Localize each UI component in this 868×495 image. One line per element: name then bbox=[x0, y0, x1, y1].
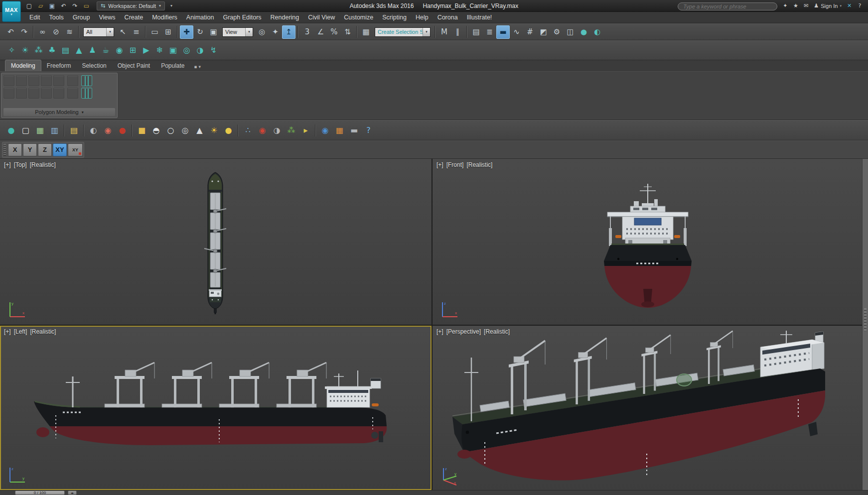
viewport-perspective[interactable]: [+] [Perspective] [Realistic] bbox=[433, 326, 862, 490]
edit-named-selection-sets-icon[interactable]: ▦ bbox=[359, 25, 373, 39]
proxy-sphere-icon[interactable]: ◐ bbox=[86, 123, 101, 138]
preview-animation-icon[interactable]: ▶ bbox=[140, 43, 153, 58]
restrict-z-button[interactable]: Z bbox=[38, 143, 52, 156]
new-sheet-icon[interactable]: ▢ bbox=[18, 123, 33, 138]
reference-coordinate-dropdown[interactable]: View▾ bbox=[222, 27, 253, 37]
restrict-xy-plane-button[interactable]: XY bbox=[53, 143, 67, 156]
material-editor-icon[interactable]: ◩ bbox=[537, 25, 550, 39]
polygon-modeling-dropdown[interactable]: Polygon Modeling ▾ bbox=[3, 108, 115, 116]
ribbon-tool-button[interactable] bbox=[3, 75, 14, 86]
search-input[interactable] bbox=[678, 2, 777, 10]
viewport-shading-menu[interactable]: [Realistic] bbox=[30, 328, 56, 335]
command-panel-splitter[interactable] bbox=[862, 159, 868, 490]
grass-icon[interactable]: ⁂ bbox=[284, 123, 298, 138]
menu-help[interactable]: Help bbox=[411, 12, 433, 22]
help-menu-icon[interactable]: ? bbox=[856, 2, 864, 9]
bird-icon[interactable]: ▸ bbox=[298, 123, 313, 138]
toggle-layer-explorer-icon[interactable]: ≣ bbox=[483, 25, 496, 39]
exposure-eye-icon[interactable]: ◑ bbox=[193, 43, 207, 58]
time-slider-handle[interactable]: 0 / 100 bbox=[15, 491, 65, 495]
toggle-ribbon-icon[interactable]: ▬ bbox=[496, 25, 510, 39]
selection-filter-dropdown[interactable]: All▾ bbox=[83, 27, 114, 37]
menu-tools[interactable]: Tools bbox=[45, 12, 68, 22]
menu-scripting[interactable]: Scripting bbox=[378, 12, 411, 22]
save-file-icon[interactable]: ▣ bbox=[47, 1, 57, 10]
viewport-shading-menu[interactable]: [Realistic] bbox=[30, 161, 56, 168]
viewport-pov-menu[interactable]: [Front] bbox=[446, 161, 464, 168]
infocenter-help-icon[interactable]: ✉ bbox=[802, 2, 810, 9]
viewport-general-menu[interactable]: [+] bbox=[436, 328, 443, 335]
ship-superstructure-side[interactable] bbox=[325, 371, 381, 407]
tab-modeling[interactable]: Modeling bbox=[5, 60, 41, 71]
crowd-icon[interactable]: ⁂ bbox=[32, 43, 45, 58]
restrict-x-button[interactable]: X bbox=[8, 143, 22, 156]
earth-globe-icon[interactable]: ◉ bbox=[318, 123, 332, 138]
menu-customize[interactable]: Customize bbox=[339, 12, 378, 22]
menu-modifiers[interactable]: Modifiers bbox=[147, 12, 182, 22]
menu-illustrate[interactable]: Illustrate! bbox=[462, 12, 497, 22]
simulation-ball-icon[interactable]: ● bbox=[115, 123, 130, 138]
select-by-name-icon[interactable]: ≡ bbox=[130, 25, 143, 39]
data-grid-icon[interactable]: ▦ bbox=[33, 123, 47, 138]
window-crossing-toggle-icon[interactable]: ⊞ bbox=[161, 25, 175, 39]
tab-freeform[interactable]: Freeform bbox=[41, 60, 77, 71]
ribbon-highlighted-tool-button[interactable] bbox=[81, 75, 92, 86]
ship-model-front-view[interactable] bbox=[590, 181, 705, 311]
grid-array-icon[interactable]: ⊞ bbox=[126, 43, 140, 58]
viewport-general-menu[interactable]: [+] bbox=[4, 161, 11, 168]
ship-hull-underwater-side[interactable] bbox=[50, 426, 387, 445]
ribbon-tool-button[interactable] bbox=[53, 88, 64, 99]
application-menu-button[interactable]: MAX ▾ bbox=[2, 1, 21, 22]
snaps-toggle-icon[interactable]: 3 bbox=[300, 25, 314, 39]
viewport-pov-menu[interactable]: [Top] bbox=[14, 161, 27, 168]
menu-views[interactable]: Views bbox=[94, 12, 120, 22]
ship-model-top-view[interactable] bbox=[202, 171, 228, 315]
viewport-general-menu[interactable]: [+] bbox=[436, 161, 443, 168]
tab-object-paint[interactable]: Object Paint bbox=[112, 60, 155, 71]
masts[interactable] bbox=[640, 184, 656, 205]
ribbon-tool-button[interactable] bbox=[16, 88, 27, 99]
select-and-scale-icon[interactable]: ▣ bbox=[207, 25, 220, 39]
viewport-pov-menu[interactable]: [Perspective] bbox=[446, 328, 481, 335]
rendered-frame-window-icon[interactable]: ◫ bbox=[564, 25, 577, 39]
menu-rendering[interactable]: Rendering bbox=[266, 12, 304, 22]
tab-populate[interactable]: Populate bbox=[155, 60, 190, 71]
ribbon-tool-button[interactable] bbox=[3, 88, 14, 99]
menu-civil-view[interactable]: Civil View bbox=[303, 12, 339, 22]
ribbon-tool-button[interactable] bbox=[28, 88, 39, 99]
time-slider-step-button[interactable]: ◂▸ bbox=[68, 491, 77, 495]
sphere-yellow-icon[interactable]: ● bbox=[221, 123, 236, 138]
select-object-icon[interactable]: ↖ bbox=[116, 25, 130, 39]
curve-editor-icon[interactable]: ∿ bbox=[510, 25, 523, 39]
viewport-front[interactable]: [+] [Front] [Realistic] bbox=[433, 159, 862, 325]
viewport-left[interactable]: [+] [Left] [Realistic] bbox=[0, 326, 432, 490]
rectangular-selection-region-icon[interactable]: ▭ bbox=[148, 25, 161, 39]
viewport-shading-menu[interactable]: [Realistic] bbox=[484, 328, 510, 335]
keyboard-shortcut-override-icon[interactable]: ↥ bbox=[282, 25, 295, 39]
create-light-icon[interactable]: ✧ bbox=[5, 43, 18, 58]
help-icon[interactable]: ? bbox=[361, 123, 376, 138]
ribbon-tool-button[interactable] bbox=[28, 75, 39, 86]
notes-icon[interactable]: ▤ bbox=[67, 123, 81, 138]
mirror-icon[interactable]: M bbox=[437, 25, 451, 39]
redo-icon[interactable]: ↷ bbox=[17, 25, 31, 39]
container-icon[interactable]: ▣ bbox=[166, 43, 180, 58]
named-selection-set-dropdown[interactable]: Create Selection Se▾ bbox=[375, 27, 431, 37]
new-scene-icon[interactable]: ▢ bbox=[24, 1, 34, 10]
menu-create[interactable]: Create bbox=[120, 12, 148, 22]
render-setup-icon[interactable]: ⚙ bbox=[550, 25, 564, 39]
forest-tree-icon[interactable]: ♣ bbox=[45, 43, 59, 58]
ribbon-tool-button[interactable] bbox=[67, 75, 78, 86]
shiny-ball-icon[interactable]: ◉ bbox=[255, 123, 270, 138]
viewport-pov-menu[interactable]: [Left] bbox=[14, 328, 27, 335]
box-primitive-icon[interactable]: ■ bbox=[135, 123, 149, 138]
schematic-view-icon[interactable]: # bbox=[523, 25, 537, 39]
select-and-manipulate-icon[interactable]: ✦ bbox=[269, 25, 282, 39]
material-editor-sphere-icon[interactable]: ● bbox=[4, 123, 18, 138]
physical-camera-icon[interactable]: ◎ bbox=[180, 43, 193, 58]
ribbon-tool-button[interactable] bbox=[41, 88, 52, 99]
toggle-scene-explorer-icon[interactable]: ▤ bbox=[469, 25, 483, 39]
bind-to-space-warp-icon[interactable]: ≋ bbox=[63, 25, 76, 39]
viewport-shading-menu[interactable]: [Realistic] bbox=[466, 161, 492, 168]
tab-selection[interactable]: Selection bbox=[76, 60, 112, 71]
